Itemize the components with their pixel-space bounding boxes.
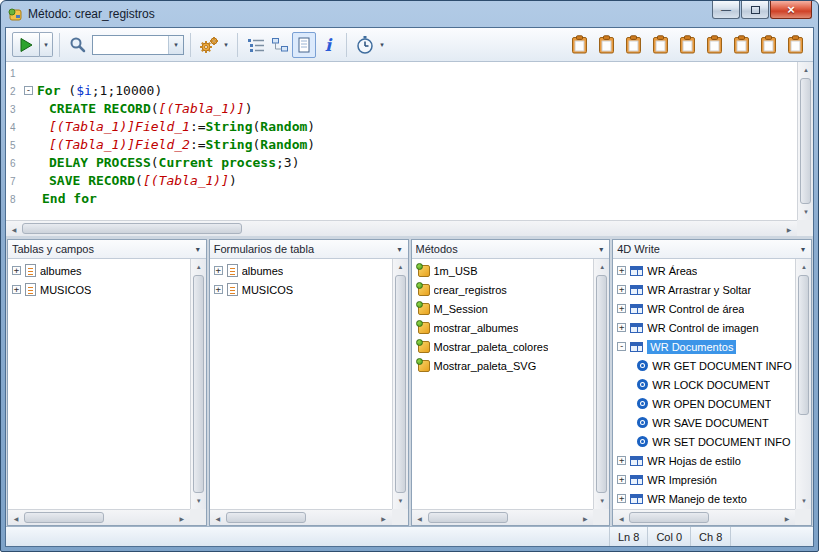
scrollbar-thumb[interactable] xyxy=(24,512,104,523)
clipboard-6-button[interactable] xyxy=(702,32,726,58)
scroll-up-icon[interactable]: ▲ xyxy=(191,259,207,275)
run-method-button[interactable] xyxy=(12,32,40,57)
scroll-down-icon[interactable]: ▼ xyxy=(393,493,409,509)
wr-command-item[interactable]: WR OPEN DOCUMENT xyxy=(613,394,795,413)
tree-item-albumes[interactable]: + albumes xyxy=(8,261,190,280)
vertical-scrollbar[interactable]: ▲ ▼ xyxy=(795,259,811,509)
macros-button[interactable] xyxy=(197,32,221,58)
scroll-up-icon[interactable]: ▲ xyxy=(393,259,409,275)
scrollbar-thumb[interactable] xyxy=(22,223,242,234)
scrollbar-thumb[interactable] xyxy=(395,275,406,493)
chevron-down-icon[interactable]: ▾ xyxy=(196,245,200,254)
chevron-down-icon[interactable]: ▾ xyxy=(599,245,603,254)
clipboard-3-button[interactable] xyxy=(621,32,645,58)
collapse-toggle-icon[interactable]: - xyxy=(24,86,33,95)
titlebar[interactable]: Método: crear_registros — × xyxy=(5,1,814,27)
panel-header-methods[interactable]: Métodos ▾ xyxy=(412,240,610,259)
search-button[interactable] xyxy=(66,32,90,58)
wr-command-item[interactable]: WR GET DOCUMENT INFO xyxy=(613,356,795,375)
panel-header-table-forms[interactable]: Formularios de tabla ▾ xyxy=(210,240,408,259)
clipboard-4-button[interactable] xyxy=(648,32,672,58)
editor-horizontal-scrollbar[interactable]: ◀ ▶ xyxy=(6,220,797,236)
wr-theme-item[interactable]: + WR Hojas de estilo xyxy=(613,451,795,470)
scroll-down-icon[interactable]: ▼ xyxy=(594,493,610,509)
horizontal-scrollbar[interactable]: ◀ ▶ xyxy=(412,509,594,525)
method-item[interactable]: 1m_USB xyxy=(412,261,594,280)
structure-tree-button[interactable] xyxy=(268,32,292,58)
tree-item-albumes[interactable]: + albumes xyxy=(210,261,392,280)
method-item[interactable]: Mostrar_paleta_SVG xyxy=(412,356,594,375)
scroll-up-icon[interactable]: ▲ xyxy=(796,259,812,275)
expand-icon[interactable]: + xyxy=(617,475,626,484)
method-info-button[interactable]: i xyxy=(316,32,340,58)
code-area[interactable]: 1 2 -For ($i;1;10000) 3 CREATE RECORD([(… xyxy=(6,62,797,220)
tree-item-musicos[interactable]: + MUSICOS xyxy=(8,280,190,299)
wr-theme-item[interactable]: + WR Control de área xyxy=(613,299,795,318)
horizontal-scrollbar[interactable]: ◀ ▶ xyxy=(210,509,392,525)
method-item[interactable]: mostrar_albumes xyxy=(412,318,594,337)
expand-collapse-button[interactable] xyxy=(244,32,268,58)
minimize-button[interactable]: — xyxy=(712,1,740,19)
wr-command-item[interactable]: WR LOCK DOCUMENT xyxy=(613,375,795,394)
expand-icon[interactable]: + xyxy=(617,323,626,332)
wr-command-item[interactable]: WR SET DOCUMENT INFO xyxy=(613,432,795,451)
scrollbar-thumb[interactable] xyxy=(226,512,306,523)
timer-dropdown[interactable]: ▾ xyxy=(377,32,387,58)
scrollbar-thumb[interactable] xyxy=(800,78,811,204)
scroll-up-icon[interactable]: ▲ xyxy=(594,259,610,275)
method-item[interactable]: crear_registros xyxy=(412,280,594,299)
scroll-right-icon[interactable]: ▶ xyxy=(376,510,392,526)
expand-icon[interactable]: + xyxy=(617,494,626,503)
scrollbar-thumb[interactable] xyxy=(596,275,607,493)
scrollbar-thumb[interactable] xyxy=(798,275,809,415)
panel-header-tables[interactable]: Tablas y campos ▾ xyxy=(8,240,206,259)
expand-icon[interactable]: + xyxy=(12,285,21,294)
scroll-down-icon[interactable]: ▼ xyxy=(796,493,812,509)
expand-icon[interactable]: + xyxy=(617,456,626,465)
run-method-dropdown[interactable]: ▾ xyxy=(40,32,53,57)
scroll-right-icon[interactable]: ▶ xyxy=(781,221,797,237)
scrollbar-thumb[interactable] xyxy=(193,275,204,493)
wr-theme-item[interactable]: + WR Manejo de texto xyxy=(613,489,795,508)
wr-theme-item[interactable]: + WR Control de imagen xyxy=(613,318,795,337)
chevron-down-icon[interactable]: ▾ xyxy=(397,245,401,254)
expand-icon[interactable]: + xyxy=(617,266,626,275)
clipboard-8-button[interactable] xyxy=(756,32,780,58)
expand-icon[interactable]: + xyxy=(214,285,223,294)
scrollbar-thumb[interactable] xyxy=(629,512,709,523)
tree-item-musicos[interactable]: + MUSICOS xyxy=(210,280,392,299)
editor-vertical-scrollbar[interactable]: ▲ ▼ xyxy=(797,62,813,220)
scroll-right-icon[interactable]: ▶ xyxy=(174,510,190,526)
expand-icon[interactable]: + xyxy=(617,304,626,313)
wr-command-item[interactable]: WR SAVE DOCUMENT xyxy=(613,413,795,432)
scroll-left-icon[interactable]: ◀ xyxy=(8,510,24,526)
clipboard-9-button[interactable] xyxy=(783,32,807,58)
scroll-right-icon[interactable]: ▶ xyxy=(577,510,593,526)
clipboard-7-button[interactable] xyxy=(729,32,753,58)
scroll-left-icon[interactable]: ◀ xyxy=(210,510,226,526)
search-combo[interactable]: ▾ xyxy=(92,35,184,55)
macros-dropdown[interactable]: ▾ xyxy=(221,32,231,58)
horizontal-scrollbar[interactable]: ◀ ▶ xyxy=(613,509,795,525)
horizontal-scrollbar[interactable]: ◀ ▶ xyxy=(8,509,190,525)
chevron-down-icon[interactable]: ▾ xyxy=(801,245,805,254)
vertical-scrollbar[interactable]: ▲ ▼ xyxy=(392,259,408,509)
method-item[interactable]: Mostrar_paleta_colores xyxy=(412,337,594,356)
scrollbar-thumb[interactable] xyxy=(428,512,508,523)
expand-icon[interactable]: + xyxy=(12,266,21,275)
scroll-down-icon[interactable]: ▼ xyxy=(798,204,814,220)
code-editor[interactable]: 1 2 -For ($i;1;10000) 3 CREATE RECORD([(… xyxy=(6,62,813,236)
vertical-scrollbar[interactable]: ▲ ▼ xyxy=(190,259,206,509)
method-item[interactable]: M_Session xyxy=(412,299,594,318)
wr-theme-item-selected[interactable]: - WR Documentos xyxy=(613,337,795,356)
scroll-left-icon[interactable]: ◀ xyxy=(412,510,428,526)
panel-header-4d-write[interactable]: 4D Write ▾ xyxy=(613,240,811,259)
scroll-right-icon[interactable]: ▶ xyxy=(779,510,795,526)
maximize-button[interactable] xyxy=(741,1,769,19)
vertical-scrollbar[interactable]: ▲ ▼ xyxy=(593,259,609,509)
wr-theme-item[interactable]: + WR Impresión xyxy=(613,470,795,489)
wr-theme-item[interactable]: + WR Áreas xyxy=(613,261,795,280)
preview-page-button[interactable] xyxy=(292,32,316,58)
close-button[interactable]: × xyxy=(770,1,812,19)
clipboard-1-button[interactable] xyxy=(567,32,591,58)
